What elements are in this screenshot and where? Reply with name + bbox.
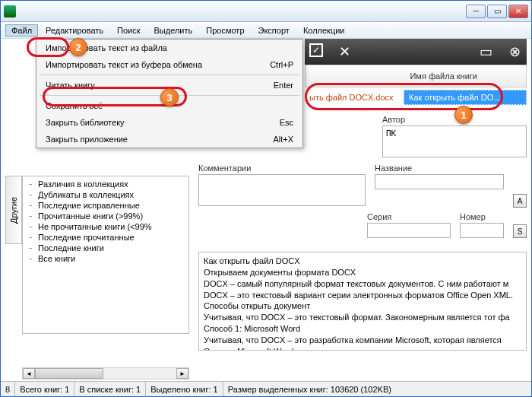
scroll-right-icon[interactable]: ► xyxy=(176,368,188,379)
status-inlist: В списке книг: 1 xyxy=(74,382,146,396)
toolbar: ✓ ✕ ▭ ⊗ xyxy=(305,39,527,65)
series-field[interactable] xyxy=(367,223,451,238)
comments-label: Комментарии xyxy=(198,164,366,173)
sidebar-tab-other[interactable]: Другие xyxy=(5,176,22,244)
close-button[interactable]: ✕ xyxy=(508,5,528,18)
preview-line: Открываем документы формата DOCX xyxy=(204,267,521,278)
title-label: Название xyxy=(375,164,504,173)
preview-line: Скачать Microsoft Word xyxy=(204,346,521,351)
tree-item[interactable]: Последние исправленные xyxy=(27,200,184,211)
titlebar: ─ ▭ ✕ xyxy=(1,1,531,22)
badge-2: 2 xyxy=(69,38,87,56)
book-row[interactable]: ыть файл DOCX.docx Как открыть файл DO..… xyxy=(305,87,527,107)
booklist-header: Имя файла книги xyxy=(305,65,527,87)
book-preview: Как открыть файл DOCX Открываем документ… xyxy=(198,252,527,351)
series-label: Серия xyxy=(367,212,451,221)
preview-line: DOCX – это текстовый вариант серии элект… xyxy=(204,290,521,301)
btn-a[interactable]: A xyxy=(513,194,527,208)
title-field[interactable] xyxy=(375,174,504,189)
tree-item[interactable]: Последние прочитанные xyxy=(27,232,184,243)
btn-s[interactable]: S xyxy=(513,224,527,238)
number-label: Номер xyxy=(460,212,504,221)
restore-icon[interactable]: ▭ xyxy=(478,43,493,60)
comments-field[interactable] xyxy=(198,174,366,206)
preview-line: Как открыть файл DOCX xyxy=(204,256,521,267)
tree-item[interactable]: Последние книги xyxy=(27,243,184,253)
app-window: ─ ▭ ✕ Файл Редактировать Поиск Выделить … xyxy=(0,0,532,397)
maximize-button[interactable]: ▭ xyxy=(487,5,507,18)
book-cell-path[interactable]: ыть файл DOCX.docx xyxy=(305,90,404,105)
preview-line: Учитывая, что DOCX – это текстовый форма… xyxy=(204,312,521,323)
menu-view[interactable]: Просмотр xyxy=(200,24,250,37)
menu-close-library[interactable]: Закрыть библиотекуEsc xyxy=(36,114,302,131)
tree-item[interactable]: Дубликаты в коллекциях xyxy=(27,189,184,200)
menu-import-clipboard[interactable]: Импортировать текст из буфера обменаCtrl… xyxy=(36,56,302,73)
tree-item[interactable]: Различия в коллекциях xyxy=(27,179,184,189)
menu-search[interactable]: Поиск xyxy=(111,24,146,37)
statusbar: 8 Всего книг: 1 В списке книг: 1 Выделен… xyxy=(1,381,531,396)
preview-line: Способ 1: Microsoft Word xyxy=(204,323,521,335)
preview-line: DOCX – самый популярный формат текстовых… xyxy=(204,278,521,290)
status-cell: 8 xyxy=(1,382,15,396)
book-cell-name[interactable]: Как открыть файл DO... xyxy=(404,90,527,105)
preview-line: Учитывая, что DOCX – это разработка комп… xyxy=(204,335,521,346)
minimize-button[interactable]: ─ xyxy=(466,5,486,18)
tree-panel: Различия в коллекциях Дубликаты в коллек… xyxy=(22,176,189,334)
tree-item[interactable]: Прочитанные книги (>99%) xyxy=(27,211,184,221)
close-panel-icon[interactable]: ⊗ xyxy=(507,43,522,60)
menu-collections[interactable]: Коллекции xyxy=(297,24,351,37)
author-field[interactable] xyxy=(382,125,527,157)
check-icon[interactable]: ✓ xyxy=(309,43,323,57)
menu-select[interactable]: Выделить xyxy=(148,24,199,37)
status-total: Всего книг: 1 xyxy=(15,382,74,396)
menu-close-app[interactable]: Закрыть приложениеAlt+X xyxy=(36,131,302,148)
scroll-thumb[interactable] xyxy=(35,368,103,379)
scroll-left-icon[interactable]: ◄ xyxy=(23,368,35,379)
number-field[interactable] xyxy=(460,223,504,238)
tree-scrollbar[interactable]: ◄ ► xyxy=(22,367,189,380)
preview-line: Способы открыть документ xyxy=(204,300,521,312)
status-size: Размер выделенных книг: 103620 (102KB) xyxy=(223,382,531,396)
menu-export[interactable]: Экспорт xyxy=(252,24,296,37)
menu-file[interactable]: Файл xyxy=(5,24,38,37)
menubar: Файл Редактировать Поиск Выделить Просмо… xyxy=(1,22,531,39)
tree-item[interactable]: Не прочитанные книги (<99% xyxy=(27,221,184,232)
menu-edit[interactable]: Редактировать xyxy=(40,24,109,37)
tree-item[interactable]: Все книги xyxy=(27,253,184,264)
badge-1: 1 xyxy=(454,106,473,124)
x-icon[interactable]: ✕ xyxy=(337,43,352,60)
app-icon xyxy=(4,5,16,17)
column-filename[interactable]: Имя файла книги xyxy=(405,71,523,81)
status-selected: Выделено книг: 1 xyxy=(146,382,223,396)
badge-3: 3 xyxy=(160,88,179,106)
